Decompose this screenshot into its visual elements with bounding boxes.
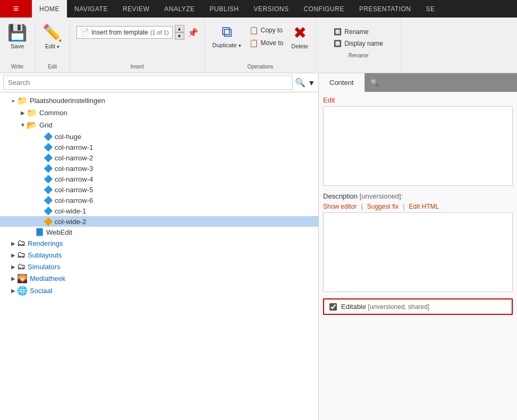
- edit-group-label: Edit: [38, 63, 66, 71]
- tree-label-renderings: Renderings: [28, 239, 63, 247]
- search-bar: 🔍 ▼: [0, 73, 318, 92]
- write-group: 💾 Save Write: [0, 20, 35, 71]
- item-icon-col-narrow-4: 🔷: [44, 175, 53, 183]
- tree-item-simulators[interactable]: ▶ 🗂 Simulators: [0, 261, 318, 272]
- right-tabs: Content 🔍: [319, 73, 517, 92]
- folder-icon-mediatheek: 🌄: [17, 273, 28, 284]
- display-name-icon: 🔲: [334, 40, 342, 47]
- tree-toggle-grid[interactable]: ▼: [19, 122, 27, 128]
- tree-item-grid[interactable]: ▼ 📂 Grid: [0, 119, 318, 131]
- tree-toggle-sociaal[interactable]: ▶: [10, 288, 17, 294]
- item-icon-col-huge: 🔷: [44, 132, 53, 141]
- editable-checkbox[interactable]: [329, 303, 337, 311]
- tree-toggle-renderings[interactable]: ▶: [10, 241, 17, 246]
- editable-section: Editable [unversioned, shared]: [323, 298, 513, 315]
- folder-open-icon-grid: 📂: [27, 120, 37, 130]
- tree-item-col-narrow-4[interactable]: 🔷 col-narrow-4: [0, 174, 318, 184]
- tab-content[interactable]: Content: [319, 73, 365, 92]
- description-field-box[interactable]: [323, 212, 513, 292]
- rename-group: 🔲 Rename 🔲 Display name Rename: [316, 20, 401, 71]
- insert-arrow-down[interactable]: ▼: [175, 32, 184, 40]
- menu-bar: ≡ HOME NAVIGATE REVIEW ANALYZE PUBLISH V…: [0, 0, 517, 18]
- search-input[interactable]: [3, 75, 293, 90]
- suggest-fix-link[interactable]: Suggest fix: [367, 203, 399, 210]
- write-group-label: Write: [3, 63, 31, 71]
- tree-item-renderings[interactable]: ▶ 🗂 Renderings: [0, 237, 318, 249]
- show-editor-link[interactable]: Show editor: [323, 203, 357, 210]
- logo-button[interactable]: ≡: [0, 0, 32, 18]
- menu-analyze[interactable]: ANALYZE: [157, 0, 202, 18]
- tree-toggle-simulators[interactable]: ▶: [10, 264, 17, 270]
- tree-item-plaatshouderinstellingen[interactable]: ▸ 📁 Plaatshouderinstellingen: [0, 95, 318, 107]
- tree-toggle-sublayouts[interactable]: ▶: [10, 252, 17, 258]
- description-label: Description [unversioned]:: [323, 192, 513, 200]
- tree-item-mediatheek[interactable]: ▶ 🌄 Mediatheek: [0, 272, 318, 285]
- edit-dropdown-arrow: ▾: [57, 44, 60, 49]
- tree-item-sublayouts[interactable]: ▶ 🗂 Sublayouts: [0, 249, 318, 261]
- menu-se[interactable]: SE: [419, 0, 443, 18]
- separator-1: |: [361, 202, 362, 210]
- tree-item-webedit[interactable]: 📘 WebEdit: [0, 227, 318, 237]
- item-icon-col-wide-2: 🔶: [44, 217, 53, 226]
- right-content: Edit Description [unversioned]: Show edi…: [319, 92, 517, 420]
- tree-item-col-narrow-6[interactable]: 🔷 col-narrow-6: [0, 195, 318, 205]
- tree-item-col-wide-1[interactable]: 🔷 col-wide-1: [0, 205, 318, 216]
- tree-item-col-narrow-1[interactable]: 🔷 col-narrow-1: [0, 142, 318, 152]
- tree-panel: ▸ 📁 Plaatshouderinstellingen ▶ 📁 Common …: [0, 92, 318, 420]
- copy-to-button[interactable]: 📋 Copy to: [247, 25, 286, 36]
- search-icon[interactable]: 🔍: [295, 78, 306, 88]
- edit-html-link[interactable]: Edit HTML: [409, 203, 439, 210]
- tree-item-col-wide-2[interactable]: 🔶 col-wide-2: [0, 216, 318, 227]
- tree-label-col-narrow-3: col-narrow-3: [55, 165, 93, 173]
- menu-home[interactable]: HOME: [32, 0, 67, 18]
- editable-text: Editable: [341, 303, 366, 311]
- rename-icon: 🔲: [334, 28, 342, 36]
- tree-label-grid: Grid: [39, 121, 53, 129]
- save-button[interactable]: 💾 Save: [3, 22, 31, 51]
- search-tab-icon: 🔍: [370, 79, 379, 87]
- item-icon-webedit: 📘: [35, 228, 44, 236]
- delete-button[interactable]: ✖ Delete: [287, 22, 312, 51]
- tree-item-sociaal[interactable]: ▶ 🌐 Sociaal: [0, 285, 318, 297]
- main-layout: 🔍 ▼ ▸ 📁 Plaatshouderinstellingen ▶ 📁 Com…: [0, 73, 517, 420]
- display-name-button[interactable]: 🔲 Display name: [331, 39, 386, 48]
- folder-icon-sociaal: 🌐: [17, 286, 28, 296]
- tree-toggle-mediatheek[interactable]: ▶: [10, 276, 17, 281]
- insert-pin-button[interactable]: 📌: [188, 28, 198, 38]
- tree-toggle-plaatshouderinstellingen[interactable]: ▸: [10, 98, 17, 104]
- duplicate-button[interactable]: ⧉ Duplicate ▾: [208, 22, 245, 50]
- move-label: Move to: [261, 39, 284, 47]
- menu-versions[interactable]: VERSIONS: [246, 0, 296, 18]
- menu-review[interactable]: REVIEW: [115, 0, 157, 18]
- tree-label-col-wide-2: col-wide-2: [55, 218, 86, 226]
- tree-label-simulators: Simulators: [28, 263, 60, 271]
- search-dropdown-arrow[interactable]: ▼: [308, 79, 315, 87]
- move-icon: 📋: [249, 39, 258, 47]
- insert-from-template-box[interactable]: 📄 Insert from template (1 of 1): [77, 26, 173, 39]
- copy-move-buttons: 📋 Copy to 📋 Move to: [247, 22, 286, 52]
- tree-toggle-common[interactable]: ▶: [19, 110, 27, 116]
- item-icon-col-narrow-6: 🔷: [44, 196, 53, 204]
- tree-item-common[interactable]: ▶ 📁 Common: [0, 107, 318, 119]
- menu-publish[interactable]: PUBLISH: [202, 0, 247, 18]
- item-icon-col-narrow-3: 🔷: [44, 164, 53, 173]
- rename-button[interactable]: 🔲 Rename: [331, 27, 386, 37]
- move-to-button[interactable]: 📋 Move to: [247, 38, 286, 48]
- tree-item-col-huge[interactable]: 🔷 col-huge: [0, 131, 318, 142]
- tree-item-col-narrow-5[interactable]: 🔷 col-narrow-5: [0, 184, 318, 195]
- menu-presentation[interactable]: PRESENTATION: [352, 0, 419, 18]
- tree-label-sociaal: Sociaal: [30, 287, 53, 295]
- tree-item-col-narrow-3[interactable]: 🔷 col-narrow-3: [0, 163, 318, 174]
- tree-item-col-narrow-2[interactable]: 🔷 col-narrow-2: [0, 152, 318, 163]
- operations-group-buttons: ⧉ Duplicate ▾ 📋 Copy to 📋 Move to ✖ Dele…: [208, 22, 313, 63]
- item-icon-col-narrow-5: 🔷: [44, 185, 53, 194]
- menu-configure[interactable]: CONFIGURE: [296, 0, 352, 18]
- tab-search[interactable]: 🔍: [365, 73, 384, 92]
- insert-arrow-up[interactable]: ▲: [175, 25, 184, 32]
- edit-field-box[interactable]: [323, 106, 513, 186]
- operations-group: ⧉ Duplicate ▾ 📋 Copy to 📋 Move to ✖ Dele…: [205, 20, 317, 71]
- save-icon: 💾: [7, 23, 27, 42]
- menu-navigate[interactable]: NAVIGATE: [67, 0, 115, 18]
- edit-button[interactable]: ✏️ Edit ▾: [38, 22, 66, 51]
- item-icon-col-wide-1: 🔷: [44, 207, 53, 215]
